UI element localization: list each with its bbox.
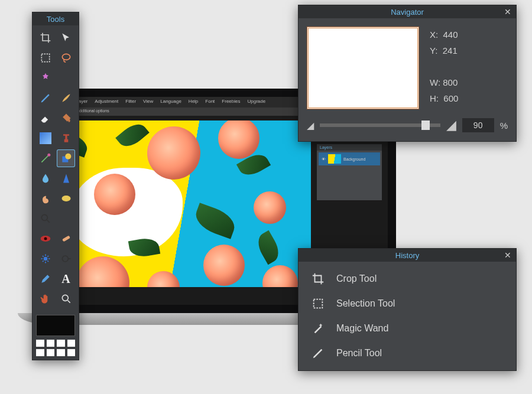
menu-item[interactable]: Freebies <box>222 99 240 106</box>
pencil-icon <box>310 347 326 360</box>
crop-icon <box>310 272 326 285</box>
empty-slot <box>57 69 75 87</box>
crop-tool[interactable] <box>36 29 54 47</box>
shape-tool[interactable] <box>57 149 75 167</box>
layer-name: Background <box>343 157 365 161</box>
text-tool[interactable]: A <box>57 270 75 288</box>
selection-icon <box>310 297 326 310</box>
gradient-tool[interactable] <box>36 129 54 147</box>
blur-tool[interactable] <box>36 170 54 187</box>
layers-title: Layers <box>317 144 382 151</box>
navigator-panel-header[interactable]: Navigator ✕ <box>299 5 516 18</box>
swatch[interactable] <box>36 349 44 356</box>
sharpen-tool[interactable] <box>57 170 75 187</box>
navigator-panel-title: Navigator <box>391 8 424 17</box>
svg-point-5 <box>61 196 70 201</box>
lasso-tool[interactable] <box>57 49 75 67</box>
tools-panel-title: Tools <box>47 15 64 24</box>
tools-panel-header[interactable]: Tools <box>33 12 79 25</box>
svg-point-2 <box>47 154 50 157</box>
history-item-label: Crop Tool <box>336 273 377 284</box>
swatch[interactable] <box>57 340 65 347</box>
dodge-tool[interactable] <box>57 250 75 268</box>
navigator-thumbnail[interactable] <box>307 27 419 109</box>
heal-tool[interactable] <box>57 230 75 248</box>
layer-row[interactable]: 👁 Background <box>319 152 380 165</box>
menu-item[interactable]: Language <box>160 99 181 106</box>
color-replace-tool[interactable] <box>36 149 54 167</box>
history-item-label: Pencil Tool <box>336 348 382 359</box>
svg-point-11 <box>62 256 68 262</box>
history-panel-title: History <box>395 251 419 260</box>
smudge-tool[interactable] <box>36 190 54 207</box>
history-item-magic-wand[interactable]: Magic Wand <box>299 316 516 341</box>
pencil-tool[interactable] <box>36 89 54 107</box>
svg-point-1 <box>62 54 70 60</box>
history-item-pencil[interactable]: Pencil Tool <box>299 341 516 366</box>
svg-point-12 <box>62 295 68 301</box>
history-item-crop[interactable]: Crop Tool <box>299 266 516 291</box>
magic-wand-icon <box>310 322 326 335</box>
clone-stamp-tool[interactable] <box>57 129 75 147</box>
eyedropper-tool[interactable] <box>36 270 54 288</box>
svg-rect-0 <box>41 54 49 61</box>
navigator-panel: Navigator ✕ X: 440 Y: 241 W: 800 H: 600 … <box>298 5 517 142</box>
history-item-selection[interactable]: Selection Tool <box>299 291 516 316</box>
close-icon[interactable]: ✕ <box>504 7 511 17</box>
menu-item[interactable]: View <box>143 99 153 106</box>
zoom-tool[interactable] <box>36 210 54 227</box>
menu-item[interactable]: Font <box>205 99 215 106</box>
tools-panel: Tools A <box>32 12 79 360</box>
hand-tool[interactable] <box>36 290 54 308</box>
canvas[interactable] <box>59 121 311 287</box>
zoom-slider[interactable] <box>320 123 440 127</box>
history-item-label: Magic Wand <box>336 323 388 334</box>
color-swatches[interactable] <box>33 311 79 360</box>
navigator-info: X: 440 Y: 241 W: 800 H: 600 <box>430 27 458 109</box>
liquify-tool[interactable] <box>36 250 54 268</box>
menu-item[interactable]: Upgrade <box>247 99 265 106</box>
paint-bucket-tool[interactable] <box>57 109 75 127</box>
menu-item[interactable]: Help <box>189 99 198 106</box>
close-icon[interactable]: ✕ <box>504 250 511 260</box>
swatch[interactable] <box>67 340 76 347</box>
eraser-tool[interactable] <box>36 109 54 127</box>
swatch[interactable] <box>57 349 65 356</box>
foreground-color[interactable] <box>36 315 75 336</box>
zoom-value[interactable]: 90 <box>462 118 494 132</box>
percent-label: % <box>500 121 508 131</box>
sponge-tool[interactable] <box>57 190 75 207</box>
history-item-label: Selection Tool <box>336 298 395 309</box>
swatch[interactable] <box>67 349 76 356</box>
menu-item[interactable]: Adjustment <box>95 99 118 106</box>
history-panel-header[interactable]: History ✕ <box>299 249 516 262</box>
magnify-tool[interactable] <box>57 290 75 308</box>
swatch[interactable] <box>47 349 55 356</box>
svg-rect-9 <box>61 236 70 242</box>
swatch[interactable] <box>47 340 55 347</box>
empty-slot <box>57 210 75 227</box>
marquee-tool[interactable] <box>36 49 54 67</box>
zoom-out-icon[interactable]: ◢ <box>307 120 314 131</box>
move-tool[interactable] <box>57 29 75 47</box>
svg-rect-13 <box>314 299 323 308</box>
svg-point-10 <box>43 257 47 261</box>
swatch[interactable] <box>36 340 44 347</box>
red-eye-tool[interactable] <box>36 230 54 248</box>
menu-item[interactable]: Filter <box>125 99 136 106</box>
svg-point-8 <box>44 237 47 240</box>
svg-point-6 <box>41 214 47 220</box>
zoom-in-icon[interactable]: ◢ <box>446 118 456 133</box>
svg-point-4 <box>65 154 71 159</box>
magic-wand-tool[interactable] <box>36 69 54 87</box>
brush-tool[interactable] <box>57 89 75 107</box>
history-panel: History ✕ Crop Tool Selection Tool Magic… <box>298 248 517 371</box>
layers-mini-panel[interactable]: Layers 👁 Background <box>317 144 382 200</box>
